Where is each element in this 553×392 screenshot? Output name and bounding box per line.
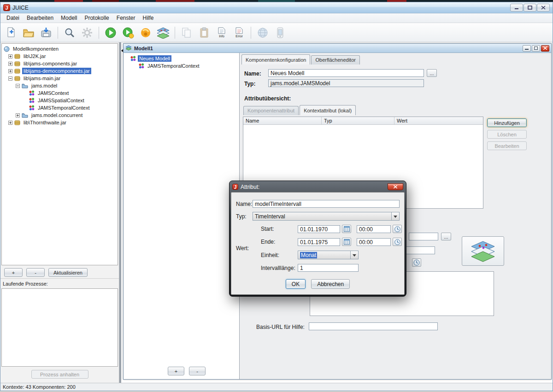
tree-item[interactable]: jams.model: [2, 82, 118, 89]
ok-button[interactable]: OK: [286, 279, 306, 289]
save-model-button[interactable]: [38, 25, 54, 41]
run-model-button[interactable]: [103, 25, 118, 41]
copy-button[interactable]: [179, 25, 194, 41]
start-time-input[interactable]: 00:00: [357, 225, 391, 233]
frame-maximize-button[interactable]: [532, 45, 540, 52]
tab-kontextattribut[interactable]: Kontextattribut (lokal): [300, 105, 356, 115]
tree-item[interactable]: jams.model.concurrent: [2, 111, 118, 119]
clock-icon-button[interactable]: [393, 225, 402, 233]
chevron-down-icon[interactable]: [391, 212, 399, 220]
model-tree-root[interactable]: Neues Modell: [124, 55, 238, 62]
name-browse-button[interactable]: ...: [427, 69, 437, 77]
tree-item[interactable]: JAMSContext: [2, 89, 118, 97]
web-button[interactable]: [255, 25, 271, 41]
new-model-button[interactable]: [3, 25, 19, 41]
toolbar-separator: [251, 27, 251, 39]
calendar-icon-button[interactable]: [342, 238, 351, 246]
device-button[interactable]: [272, 25, 288, 41]
menu-hilfe[interactable]: Hilfe: [139, 14, 157, 22]
tab-oberflaecheneditor[interactable]: Oberflächeneditor: [311, 55, 359, 64]
ende-time-input[interactable]: 00:00: [357, 238, 391, 246]
model-tree-panel[interactable]: Neues Modell JAMSTemporalContext + -: [124, 53, 240, 379]
tab-komponentenkonfiguration[interactable]: Komponentenkonfiguration: [241, 54, 310, 64]
ende-date-input[interactable]: 01.01.1975: [298, 238, 340, 246]
column-header-typ[interactable]: Typ: [322, 117, 394, 124]
attribute-type-combo[interactable]: TimeInterval: [253, 212, 400, 221]
juice-logo-button[interactable]: [138, 25, 153, 41]
column-header-wert[interactable]: Wert: [394, 117, 483, 124]
close-button[interactable]: [537, 4, 550, 12]
remove-component-button[interactable]: -: [26, 268, 45, 277]
processes-list[interactable]: [1, 288, 118, 367]
paste-button[interactable]: [196, 25, 212, 41]
tree-item[interactable]: lib\J2K.jar: [2, 53, 118, 60]
tree-item[interactable]: JAMSTemporalContext: [2, 104, 118, 111]
dialog-close-button[interactable]: [388, 183, 403, 190]
run-model-alt-button[interactable]: [120, 25, 136, 41]
column-header-name[interactable]: Name: [243, 117, 322, 124]
model-frame-titlebar[interactable]: Modell1: [124, 44, 551, 53]
name-field[interactable]: Neues Modell: [268, 69, 424, 77]
tree-item[interactable]: lib\jams-main.jar: [2, 75, 118, 82]
info-log-button[interactable]: Info: [214, 25, 229, 41]
settings-button[interactable]: [79, 25, 95, 41]
add-component-button[interactable]: +: [4, 268, 23, 277]
error-log-button[interactable]: Error: [231, 25, 247, 41]
expand-icon[interactable]: [8, 54, 12, 59]
expand-icon[interactable]: [8, 121, 12, 125]
menu-fenster[interactable]: Fenster: [113, 14, 139, 22]
dialog-wert-label: Wert:: [236, 225, 253, 272]
intervall-input[interactable]: 1: [298, 264, 359, 272]
toolbar-separator: [175, 27, 175, 39]
attribute-name-input[interactable]: modelTimeIntervall: [253, 200, 400, 208]
collapse-icon[interactable]: [8, 76, 12, 81]
open-model-button[interactable]: [21, 25, 36, 41]
edit-attribute-button[interactable]: Bearbeiten: [487, 141, 527, 150]
tree-item-selected[interactable]: lib\jams-democomponents.jar: [2, 67, 118, 75]
chevron-down-icon[interactable]: [350, 251, 358, 259]
model-tree-remove-button[interactable]: -: [189, 367, 206, 375]
gis-preview-button[interactable]: [462, 236, 504, 266]
minimize-button[interactable]: [510, 4, 523, 12]
frame-close-button[interactable]: [541, 45, 549, 52]
frame-minimize-button[interactable]: [523, 45, 531, 52]
maximize-button[interactable]: [524, 4, 536, 12]
stop-process-button[interactable]: Prozess anhalten: [31, 370, 88, 379]
expand-icon[interactable]: [16, 113, 20, 117]
expand-icon[interactable]: [8, 69, 12, 73]
search-button[interactable]: [62, 25, 77, 41]
expand-icon[interactable]: [8, 62, 12, 66]
tree-item[interactable]: JAMSSpatialContext: [2, 97, 118, 104]
tree-item[interactable]: lib\Thornthwaite.jar: [2, 119, 118, 126]
clock-icon-button[interactable]: [393, 238, 402, 246]
value-field[interactable]: [409, 233, 438, 240]
tree-item[interactable]: lib\jams-components.jar: [2, 60, 118, 67]
tree-root[interactable]: Modellkomponenten: [2, 45, 118, 53]
delete-attribute-button[interactable]: Löschen: [487, 130, 527, 139]
app-logo-icon: J: [3, 4, 10, 11]
menu-modell[interactable]: Modell: [58, 14, 80, 22]
model-tree-child[interactable]: JAMSTemporalContext: [124, 62, 238, 70]
cancel-button[interactable]: Abbrechen: [311, 279, 350, 289]
start-date-input[interactable]: 01.01.1970: [298, 225, 340, 233]
dialog-titlebar[interactable]: J Attribut:: [231, 182, 405, 192]
menu-protokolle[interactable]: Protokolle: [81, 14, 112, 22]
component-tree[interactable]: Modellkomponenten lib\J2K.jar lib\jams-c…: [1, 43, 118, 265]
gis-layers-button[interactable]: [155, 25, 171, 41]
clock-button[interactable]: [412, 258, 421, 267]
dialog-logo-icon: J: [232, 184, 238, 190]
component-icon: [29, 90, 35, 96]
collapse-icon[interactable]: [16, 84, 20, 88]
component-icon: [138, 63, 144, 69]
titlebar[interactable]: J JUICE: [0, 2, 553, 13]
base-url-field[interactable]: [309, 322, 438, 330]
menu-datei[interactable]: Datei: [3, 14, 23, 22]
value-browse-button[interactable]: ...: [441, 233, 451, 240]
calendar-icon-button[interactable]: [342, 225, 351, 233]
refresh-button[interactable]: Aktualisieren: [48, 268, 88, 277]
tab-komponentenattribut[interactable]: Komponentenattribut: [243, 106, 299, 115]
model-tree-add-button[interactable]: +: [168, 367, 184, 375]
add-attribute-button[interactable]: Hinzufügen: [487, 118, 527, 127]
menu-bearbeiten[interactable]: Bearbeiten: [24, 14, 57, 22]
einheit-combo[interactable]: Monat: [298, 251, 359, 259]
